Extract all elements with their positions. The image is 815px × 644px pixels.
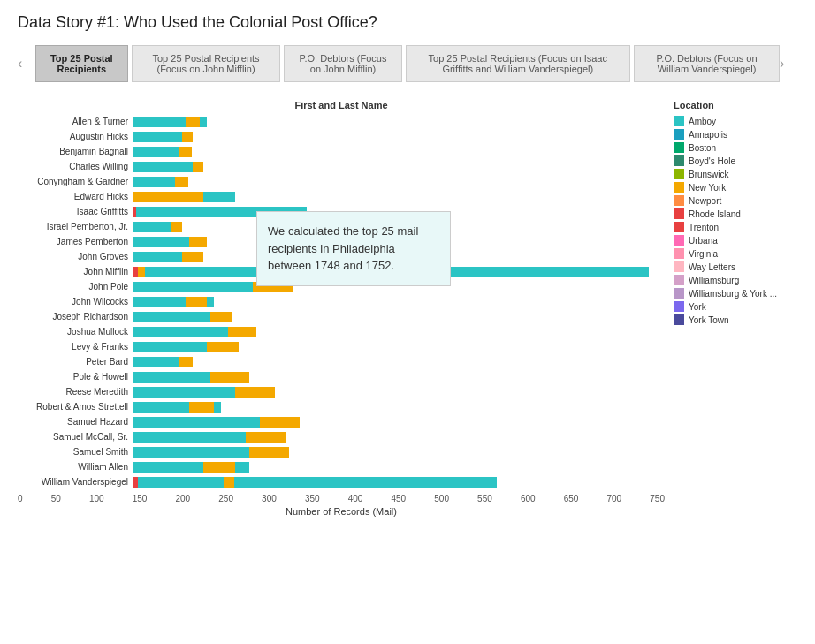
legend-item: New York xyxy=(674,182,797,193)
x-tick: 600 xyxy=(521,494,536,504)
bar-segment xyxy=(171,222,182,232)
y-label: James Pemberton xyxy=(18,234,128,249)
y-label: William Allen xyxy=(18,459,128,474)
legend-item: York xyxy=(674,301,797,312)
legend-item: Newport xyxy=(674,195,797,206)
bar-segment xyxy=(133,342,207,352)
y-label: Reese Meredith xyxy=(18,384,128,399)
bar-row xyxy=(133,354,665,369)
x-ticks: 0501001502002503003504004505005506006507… xyxy=(18,494,665,504)
tab-3[interactable]: P.O. Debtors (Focus on John Mifflin) xyxy=(284,45,401,82)
y-label: William Vanderspiegel xyxy=(18,474,128,489)
legend-label: Rhode Island xyxy=(689,209,741,219)
bar-segment xyxy=(203,462,235,473)
legend-swatch xyxy=(674,169,684,179)
legend-label: Amboy xyxy=(689,117,716,126)
y-label: Samuel Smith xyxy=(18,444,128,459)
legend-label: New York xyxy=(689,183,726,193)
legend-label: Williamsburg & York ... xyxy=(689,289,777,299)
x-axis-label: Number of Records (Mail) xyxy=(18,506,665,517)
legend-swatch xyxy=(674,195,684,206)
tab-5[interactable]: P.O. Debtors (Focus on William Vanderspi… xyxy=(634,45,780,82)
legend-swatch xyxy=(674,261,684,272)
legend-item: Amboy xyxy=(674,116,797,126)
bar-row xyxy=(133,189,665,204)
bar-segment xyxy=(133,402,189,413)
bar-segment xyxy=(133,282,253,292)
legend-swatch xyxy=(674,116,684,126)
y-label: Israel Pemberton, Jr. xyxy=(18,219,128,234)
bar-segment xyxy=(133,462,203,473)
legend-item: Urbana xyxy=(674,235,797,246)
bar-row xyxy=(133,444,665,459)
bars xyxy=(133,114,665,489)
bar-segment xyxy=(260,417,299,428)
bar-segment xyxy=(224,477,234,488)
bar-segment xyxy=(200,117,207,127)
x-tick: 450 xyxy=(391,494,406,504)
annotation-box: We calculated the top 25 mail recipients… xyxy=(256,211,451,286)
legend-label: Annapolis xyxy=(689,130,727,140)
y-label: Isaac Griffitts xyxy=(18,204,128,219)
x-tick: 100 xyxy=(89,494,104,504)
bar-segment xyxy=(133,252,182,262)
y-label: Edward Hicks xyxy=(18,189,128,204)
legend-item: Williamsburg & York ... xyxy=(674,288,797,299)
y-label: John Mifflin xyxy=(18,264,128,279)
bar-segment xyxy=(133,447,249,458)
bar-segment xyxy=(214,402,221,413)
x-axis: 0501001502002503003504004505005506006507… xyxy=(18,494,665,517)
x-tick: 500 xyxy=(434,494,449,504)
tab-2[interactable]: Top 25 Postal Recipients (Focus on John … xyxy=(132,45,281,82)
bar-segment xyxy=(186,297,207,307)
tabs-list: Top 25 Postal Recipients Top 25 Postal R… xyxy=(35,45,780,82)
y-label: Charles Willing xyxy=(18,159,128,174)
legend-title: Location xyxy=(674,100,797,110)
tab-1[interactable]: Top 25 Postal Recipients xyxy=(35,45,128,82)
bar-row xyxy=(133,399,665,414)
y-label: John Groves xyxy=(18,249,128,264)
bar-segment xyxy=(235,387,274,398)
y-label: Allen & Turner xyxy=(18,114,128,129)
legend: Location AmboyAnnapolisBostonBoyd's Hole… xyxy=(674,100,797,517)
bar-segment xyxy=(179,357,193,367)
legend-label: Trenton xyxy=(689,223,719,232)
bar-segment xyxy=(182,132,193,142)
legend-swatch xyxy=(674,222,684,232)
bar-segment xyxy=(234,477,497,488)
page-title: Data Story #1: Who Used the Colonial Pos… xyxy=(18,13,797,32)
prev-arrow[interactable]: ‹ xyxy=(18,56,35,72)
x-tick: 250 xyxy=(218,494,233,504)
bar-segment xyxy=(133,237,189,247)
y-label: Samuel McCall, Sr. xyxy=(18,429,128,444)
legend-label: Virginia xyxy=(689,249,718,259)
legend-item: Way Letters xyxy=(674,261,797,272)
bar-segment xyxy=(133,147,179,157)
legend-swatch xyxy=(674,235,684,246)
legend-item: Virginia xyxy=(674,248,797,259)
bar-segment xyxy=(133,312,210,322)
legend-swatch xyxy=(674,275,684,285)
y-labels: Allen & TurnerAugustin HicksBenjamin Bag… xyxy=(18,114,133,489)
bar-segment xyxy=(175,177,187,187)
y-label: Joseph Richardson xyxy=(18,309,128,324)
bar-segment xyxy=(138,267,145,277)
bar-row xyxy=(133,144,665,159)
bar-row xyxy=(133,324,665,339)
legend-item: Boston xyxy=(674,142,797,153)
legend-item: Annapolis xyxy=(674,129,797,140)
legend-label: Newport xyxy=(689,196,721,206)
next-arrow[interactable]: › xyxy=(780,56,797,72)
bar-row xyxy=(133,309,665,324)
y-label: Joshua Mullock xyxy=(18,324,128,339)
bar-row xyxy=(133,159,665,174)
bars-area: We calculated the top 25 mail recipients… xyxy=(133,114,665,489)
bar-segment xyxy=(133,297,186,307)
x-tick: 300 xyxy=(262,494,277,504)
tab-4[interactable]: Top 25 Postal Recipients (Focus on Isaac… xyxy=(406,45,631,82)
bar-segment xyxy=(133,177,175,187)
bar-segment xyxy=(207,297,214,307)
bar-segment xyxy=(133,162,193,172)
y-label: Levy & Franks xyxy=(18,339,128,354)
x-tick: 550 xyxy=(477,494,492,504)
